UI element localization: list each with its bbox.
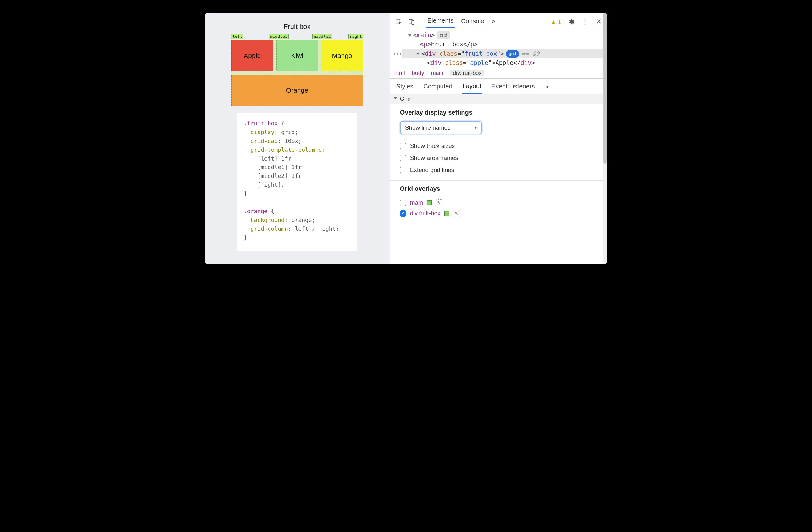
color-swatch[interactable] (444, 211, 449, 216)
tab-elements[interactable]: Elements (426, 15, 455, 28)
line-names-select[interactable]: Show line names (400, 121, 482, 135)
subtab-listeners[interactable]: Event Listeners (491, 80, 536, 93)
warning-badge[interactable]: ▲ 1 (550, 18, 561, 26)
tab-console[interactable]: Console (460, 16, 485, 28)
overlay-row-main: main (400, 197, 600, 208)
opt-extend-lines[interactable]: Extend grid lines (400, 164, 600, 176)
svg-rect-2 (412, 20, 414, 24)
dom-tree[interactable]: <main>grid <p>Fruit box</p> •••<div clas… (390, 30, 607, 68)
page-preview-pane: Fruit box left middle1 middle2 right App… (205, 13, 390, 264)
breadcrumb-item[interactable]: main (431, 70, 444, 76)
cell-apple: Apple (231, 40, 273, 71)
breadcrumb-item[interactable]: body (412, 70, 424, 76)
styles-subtabs: Styles Computed Layout Event Listeners » (390, 79, 607, 94)
kebab-icon[interactable]: ⋮ (581, 18, 589, 26)
dom-node-fruitbox[interactable]: •••<div class="fruit-box">grid== $0 (402, 49, 607, 58)
overlay-settings-heading: Overlay display settings (400, 109, 600, 116)
overlay-row-fruitbox: div.fruit-box (400, 208, 600, 219)
close-icon[interactable]: ✕ (595, 18, 603, 26)
section-grid[interactable]: Grid (390, 94, 607, 104)
grid-badge[interactable]: grid (436, 31, 450, 39)
breadcrumb-item[interactable]: div.fruit-box (450, 70, 484, 76)
devtools-toolbar: Elements Console » ▲ 1 ⋮ ✕ (390, 13, 607, 30)
cell-mango: Mango (321, 40, 363, 71)
color-swatch[interactable] (427, 200, 432, 205)
overlay-name[interactable]: main (410, 199, 423, 206)
devtools-pane: Elements Console » ▲ 1 ⋮ ✕ <main>grid <p… (390, 13, 607, 264)
grid-line-label: right (348, 34, 363, 39)
css-snippet: .fruit-box { display: grid; grid-gap: 10… (237, 113, 357, 251)
checkbox-icon[interactable] (400, 210, 406, 216)
checkbox-icon[interactable] (400, 155, 406, 161)
cell-orange: Orange (231, 74, 363, 106)
layout-panel: Overlay display settings Show line names… (390, 104, 607, 219)
opt-track-sizes[interactable]: Show track sizes (400, 140, 600, 152)
tab-more[interactable]: » (491, 16, 496, 28)
ellipsis-icon[interactable]: ••• (393, 50, 402, 58)
gear-icon[interactable] (567, 18, 575, 26)
grid-line-label: left (231, 34, 243, 39)
subtab-layout[interactable]: Layout (462, 80, 482, 94)
device-toggle-icon[interactable] (408, 18, 416, 26)
subtab-more[interactable]: » (544, 80, 549, 93)
dom-node-p[interactable]: <p>Fruit box</p> (402, 40, 607, 49)
subtab-styles[interactable]: Styles (396, 80, 414, 93)
checkbox-icon[interactable] (400, 199, 406, 206)
fruit-box-grid: Apple Kiwi Mango Orange (231, 40, 363, 107)
grid-badge[interactable]: grid (506, 50, 519, 58)
scrollbar[interactable] (603, 13, 607, 264)
dom-node-main[interactable]: <main>grid (402, 30, 607, 40)
grid-line-label: middle1 (269, 34, 289, 39)
opt-area-names[interactable]: Show area names (400, 152, 600, 164)
cell-kiwi: Kiwi (276, 40, 318, 71)
toolbar-separator (421, 18, 421, 26)
overlay-name[interactable]: div.fruit-box (410, 210, 440, 217)
inspect-icon[interactable] (394, 18, 403, 26)
locate-icon[interactable] (453, 210, 460, 217)
breadcrumb-item[interactable]: html (394, 70, 405, 76)
scrollbar-thumb[interactable] (604, 13, 607, 164)
grid-line-label: middle2 (312, 34, 332, 39)
grid-overlay-wrap: left middle1 middle2 right Apple Kiwi Ma… (231, 34, 363, 107)
divider (390, 180, 607, 181)
grid-overlays-heading: Grid overlays (400, 185, 600, 192)
devtools-window: Fruit box left middle1 middle2 right App… (205, 13, 607, 264)
locate-icon[interactable] (436, 199, 443, 206)
dom-node-apple[interactable]: <div class="apple">Apple</div> (402, 58, 607, 67)
checkbox-icon[interactable] (400, 167, 406, 173)
preview-title: Fruit box (284, 23, 311, 31)
subtab-computed[interactable]: Computed (423, 80, 453, 93)
checkbox-icon[interactable] (400, 143, 406, 149)
breadcrumb: html body main div.fruit-box (390, 68, 607, 79)
